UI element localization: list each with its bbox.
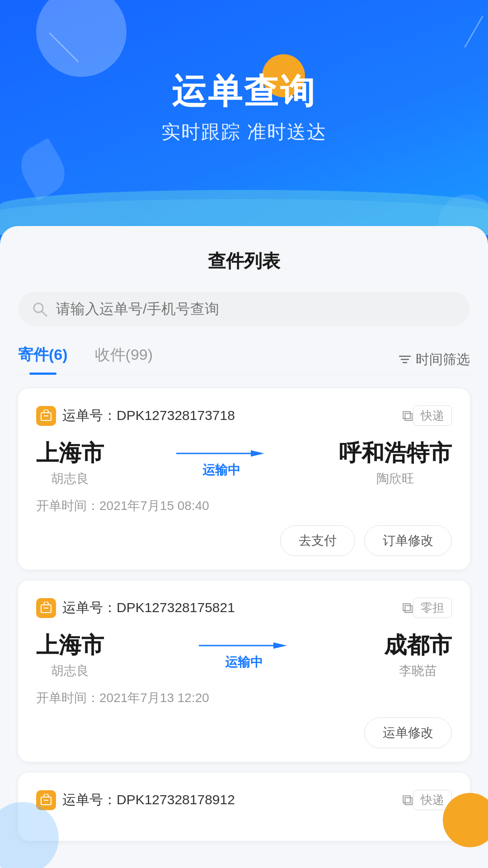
svg-marker-8 bbox=[251, 450, 264, 457]
to-city-0: 呼和浩特市 bbox=[339, 439, 452, 467]
svg-marker-12 bbox=[273, 642, 287, 649]
order-icon-1 bbox=[36, 598, 56, 618]
copy-icon-0[interactable]: ⧉ bbox=[402, 407, 413, 425]
pay-button-0[interactable]: 去支付 bbox=[280, 525, 355, 556]
order-type-0: 快递 bbox=[413, 406, 452, 426]
card-header-0: 运单号：DPK127328173718 ⧉ 快递 bbox=[36, 406, 452, 426]
to-city-1: 成都市 bbox=[384, 632, 452, 659]
svg-line-1 bbox=[42, 311, 47, 316]
tab-receive[interactable]: 收件(99) bbox=[95, 344, 153, 374]
main-card: 查件列表 寄件(6) 收件(99) 时间筛选 bbox=[0, 226, 488, 868]
app-subtitle: 实时跟踪 准时送达 bbox=[0, 119, 488, 145]
deco-leaf bbox=[13, 138, 73, 201]
copy-icon-2[interactable]: ⧉ bbox=[402, 791, 413, 809]
filter-button[interactable]: 时间筛选 bbox=[398, 350, 470, 369]
from-person-0: 胡志良 bbox=[36, 470, 104, 487]
header-background: 运单查询 实时跟踪 准时送达 bbox=[0, 0, 488, 235]
search-icon bbox=[32, 301, 48, 317]
deco-circle-topleft bbox=[36, 0, 127, 77]
order-type-1: 零担 bbox=[413, 598, 452, 618]
search-bar[interactable] bbox=[18, 292, 470, 326]
to-city-block-1: 成都市 李晓苗 bbox=[384, 632, 452, 679]
card-actions-0: 去支付 订单修改 bbox=[36, 525, 452, 556]
status-0: 运输中 bbox=[202, 462, 240, 479]
status-1: 运输中 bbox=[225, 654, 263, 671]
filter-label: 时间筛选 bbox=[416, 350, 470, 369]
svg-rect-13 bbox=[41, 797, 51, 805]
from-person-1: 胡志良 bbox=[36, 662, 104, 679]
order-number-1: 运单号：DPK127328175821 bbox=[62, 599, 398, 617]
route-section-1: 上海市 胡志良 运输中 成都市 李晓苗 bbox=[36, 632, 452, 679]
order-icon-0 bbox=[36, 406, 56, 426]
header-title-block: 运单查询 实时跟踪 准时送达 bbox=[0, 72, 488, 145]
shipment-card-0: 运单号：DPK127328173718 ⧉ 快递 上海市 胡志良 运输中 呼和浩… bbox=[18, 388, 470, 570]
to-person-1: 李晓苗 bbox=[384, 662, 452, 679]
shipment-card-1: 运单号：DPK127328175821 ⧉ 零担 上海市 胡志良 运输中 成都市… bbox=[18, 580, 470, 762]
search-input[interactable] bbox=[56, 301, 456, 317]
card-header-2: 运单号：DPK127328178912 ⧉ 快递 bbox=[36, 790, 452, 810]
route-section-0: 上海市 胡志良 运输中 呼和浩特市 陶欣旺 bbox=[36, 439, 452, 487]
from-city-1: 上海市 bbox=[36, 632, 104, 659]
card-title: 查件列表 bbox=[18, 249, 470, 274]
tabs-bar: 寄件(6) 收件(99) 时间筛选 bbox=[18, 344, 470, 375]
from-city-block-1: 上海市 胡志良 bbox=[36, 632, 104, 679]
to-city-block-0: 呼和浩特市 陶欣旺 bbox=[339, 439, 452, 487]
modify-button-0[interactable]: 订单修改 bbox=[364, 525, 452, 556]
to-person-0: 陶欣旺 bbox=[339, 470, 452, 487]
open-time-1: 开单时间：2021年7月13 12:20 bbox=[36, 689, 452, 707]
tab-send[interactable]: 寄件(6) bbox=[18, 344, 68, 374]
card-header-1: 运单号：DPK127328175821 ⧉ 零担 bbox=[36, 598, 452, 618]
shipment-card-2: 运单号：DPK127328178912 ⧉ 快递 bbox=[18, 773, 470, 841]
deco-line-topright bbox=[464, 16, 483, 48]
svg-rect-9 bbox=[41, 605, 51, 613]
route-arrow-1: 运输中 bbox=[104, 640, 384, 671]
route-arrow-0: 运输中 bbox=[104, 448, 339, 479]
app-title: 运单查询 bbox=[0, 72, 488, 110]
open-time-0: 开单时间：2021年7月15 08:40 bbox=[36, 497, 452, 514]
order-number-0: 运单号：DPK127328173718 bbox=[62, 406, 398, 425]
modify-button-1[interactable]: 运单修改 bbox=[364, 717, 452, 748]
copy-icon-1[interactable]: ⧉ bbox=[402, 599, 413, 617]
from-city-0: 上海市 bbox=[36, 439, 104, 467]
from-city-block-0: 上海市 胡志良 bbox=[36, 439, 104, 487]
arrow-svg-0 bbox=[113, 448, 330, 462]
svg-rect-5 bbox=[41, 413, 51, 420]
arrow-svg-1 bbox=[113, 640, 375, 654]
card-actions-1: 运单修改 bbox=[36, 717, 452, 748]
order-number-2: 运单号：DPK127328178912 bbox=[62, 791, 398, 809]
filter-icon bbox=[398, 352, 412, 367]
